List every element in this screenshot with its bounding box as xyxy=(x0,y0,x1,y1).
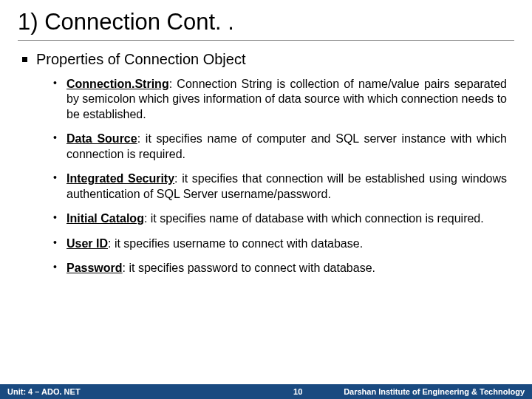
property-list: Connection.String: Connection String is … xyxy=(53,77,507,276)
section-heading-text: Properties of Connection Object xyxy=(36,51,246,68)
footer-unit: Unit: 4 – ADO. NET xyxy=(7,387,81,396)
slide: 1) Connection Cont. . Properties of Conn… xyxy=(0,0,532,399)
footer: Unit: 4 – ADO. NET 10 Darshan Institute … xyxy=(0,384,532,399)
list-item: Connection.String: Connection String is … xyxy=(53,77,507,122)
property-term: Integrated Security xyxy=(66,172,174,185)
property-desc: : it specifies username to connect with … xyxy=(108,237,363,250)
section-heading: Properties of Connection Object xyxy=(22,51,514,68)
list-item: Integrated Security: it specifies that c… xyxy=(53,171,507,202)
property-term: User ID xyxy=(66,237,108,250)
slide-title: 1) Connection Cont. . xyxy=(18,9,514,41)
property-desc: : it specifies password to connect with … xyxy=(123,262,375,274)
square-bullet-icon xyxy=(22,57,27,62)
footer-page-number: 10 xyxy=(293,387,302,396)
list-item: Initial Catalog: it specifies name of da… xyxy=(53,211,507,226)
property-term: Data Source xyxy=(66,132,137,145)
footer-institute: Darshan Institute of Engineering & Techn… xyxy=(344,387,525,396)
property-desc: : it specifies name of database with whi… xyxy=(144,212,484,225)
list-item: Data Source: it specifies name of comput… xyxy=(53,132,507,162)
property-term: Initial Catalog xyxy=(66,212,144,225)
property-term: Password xyxy=(66,262,123,274)
property-term: Connection.String xyxy=(66,78,169,90)
list-item: User ID: it specifies username to connec… xyxy=(53,236,507,251)
list-item: Password: it specifies password to conne… xyxy=(53,261,507,276)
